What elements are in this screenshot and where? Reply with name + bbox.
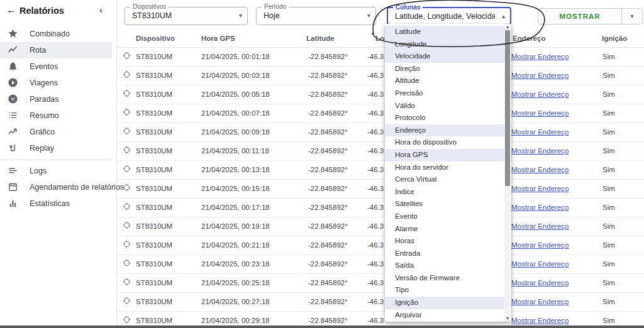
cell-latitude: -22.845892° (306, 293, 367, 311)
columns-menu-item[interactable]: Saída (385, 260, 511, 272)
cell-gps-time: 21/04/2025, 00:13:18 (201, 161, 306, 179)
sidebar-main-list: Combinado Rota Eventos Viagens Paradas R… (0, 26, 112, 156)
collapse-sidebar-icon[interactable]: ‹ (99, 4, 103, 15)
show-address-link[interactable]: Mostrar Endereço (511, 128, 569, 136)
window-bottom-edge (0, 325, 644, 328)
show-address-link[interactable]: Mostrar Endereço (511, 185, 569, 192)
gps-fix-icon (123, 143, 131, 160)
columns-menu-item[interactable]: Hora do dispositivo (385, 136, 511, 149)
columns-select[interactable]: Colunas Latitude, Longitude, Velocidade,… (387, 7, 511, 25)
show-address-link[interactable]: Mostrar Endereço (511, 241, 569, 249)
scrollbar-thumb[interactable] (505, 30, 510, 186)
columns-menu-item[interactable]: Evento (385, 210, 511, 223)
columns-menu-item[interactable]: Ignição (385, 297, 511, 309)
gps-fix-icon (123, 218, 131, 236)
columns-menu-item[interactable]: Horas (385, 235, 511, 248)
columns-menu-item[interactable]: Válido (385, 100, 511, 112)
chevron-down-icon: ▾ (630, 13, 633, 19)
cell-gps-time: 21/04/2025, 00:23:18 (201, 255, 306, 273)
sidebar-item-eventos[interactable]: Eventos (0, 58, 112, 75)
sidebar-item-combinado[interactable]: Combinado (0, 26, 112, 42)
columns-menu-item[interactable]: Endereço (385, 124, 511, 137)
sidebar-item-resumo[interactable]: Resumo (0, 107, 112, 124)
columns-menu-item[interactable]: Arquivar (385, 309, 511, 322)
show-address-link[interactable]: Mostrar Endereço (511, 147, 569, 155)
columns-menu-item[interactable]: Longitude (385, 38, 511, 51)
cell-device: ST8310UM (136, 274, 201, 292)
columns-menu-item[interactable]: Precisão (385, 87, 511, 100)
cell-gps-time: 21/04/2025, 00:27:18 (201, 293, 306, 311)
show-address-link[interactable]: Mostrar Endereço (511, 317, 569, 324)
cell-latitude: -22.845892° (306, 180, 367, 198)
columns-menu-item[interactable]: Cerca Virtual (385, 173, 511, 186)
scrollbar-down-arrow[interactable]: ▼ (504, 315, 511, 322)
cell-gps-time: 21/04/2025, 00:25:18 (201, 274, 306, 292)
scrollbar-up-arrow[interactable]: ▲ (504, 24, 511, 30)
sidebar-item-rota[interactable]: Rota (0, 42, 112, 58)
sidebar-item-replay[interactable]: Replay (0, 140, 112, 156)
bell-icon (8, 61, 18, 72)
show-address-link[interactable]: Mostrar Endereço (511, 298, 569, 305)
sidebar-item-agendamento-de-relatórios[interactable]: Agendamento de relatórios (0, 179, 112, 195)
columns-menu-item[interactable]: Velocidade (385, 50, 511, 63)
columns-menu-item[interactable]: Direção (385, 63, 511, 75)
cell-device: ST8310UM (136, 236, 201, 254)
show-address-link[interactable]: Mostrar Endereço (511, 279, 569, 287)
cell-ignition: Sim (601, 274, 644, 292)
columns-menu-item[interactable]: Protocolo (385, 112, 511, 124)
show-address-link[interactable]: Mostrar Endereço (511, 109, 569, 117)
cell-device: ST8310UM (136, 293, 201, 311)
columns-menu-item[interactable]: Alarme (385, 223, 511, 236)
replay-route-icon (8, 143, 18, 153)
cell-ignition: Sim (601, 104, 644, 123)
star-icon (8, 28, 18, 39)
columns-menu-item[interactable]: Hora GPS (385, 149, 511, 161)
sidebar-item-logs[interactable]: Logs (0, 163, 112, 179)
chevron-up-icon: ▴ (502, 8, 505, 25)
gps-fix-icon (123, 237, 131, 254)
cell-ignition: Sim (601, 161, 644, 179)
gps-fix-icon (123, 293, 131, 311)
table-row: ST8310UM 21/04/2025, 00:03:18 -22.845892… (117, 67, 644, 85)
columns-menu-item[interactable]: Índice (385, 186, 511, 199)
show-address-link[interactable]: Mostrar Endereço (511, 72, 569, 79)
dropdown-scrollbar[interactable]: ▲ ▼ (504, 24, 511, 322)
columns-menu-item[interactable]: Altitude (385, 75, 511, 87)
devices-select[interactable]: Dispositivos ST8310UM ▾ (125, 7, 248, 25)
column-header: Latitude (306, 30, 367, 47)
cell-gps-time: 21/04/2025, 00:21:18 (201, 236, 306, 254)
show-address-link[interactable]: Mostrar Endereço (511, 166, 569, 173)
cell-latitude: -22.845892° (306, 255, 367, 273)
cell-ignition: Sim (601, 255, 644, 273)
cell-device: ST8310UM (136, 48, 201, 66)
show-button-dropdown[interactable]: ▾ (621, 9, 642, 24)
columns-menu-item[interactable]: Versão de Firmware (385, 272, 511, 285)
gps-fix-icon (123, 105, 131, 123)
back-arrow-icon[interactable]: ← (6, 4, 16, 16)
column-header: Dispositivo (136, 30, 201, 47)
show-address-link[interactable]: Mostrar Endereço (511, 90, 569, 98)
show-button[interactable]: MOSTRAR (538, 9, 621, 24)
period-select[interactable]: Período Hoje ▾ (256, 7, 376, 25)
sidebar-item-paradas[interactable]: Paradas (0, 91, 112, 107)
column-header: Endereço (511, 30, 601, 47)
columns-menu-item[interactable]: Entrada (385, 248, 511, 260)
cell-gps-time: 21/04/2025, 00:11:18 (201, 142, 306, 160)
columns-menu-item[interactable]: Hora do servidor (385, 161, 511, 174)
sidebar-item-viagens[interactable]: Viagens (0, 75, 112, 91)
cell-latitude: -22.845892° (306, 161, 367, 179)
cell-gps-time: 21/04/2025, 00:19:18 (201, 217, 306, 236)
show-address-link[interactable]: Mostrar Endereço (511, 204, 569, 211)
columns-menu-item[interactable]: Tipo (385, 284, 511, 297)
sidebar-item-gráfico[interactable]: Gráfico (0, 124, 112, 140)
table-row: ST8310UM 21/04/2025, 00:19:18 -22.845892… (117, 217, 644, 236)
show-address-link[interactable]: Mostrar Endereço (511, 222, 569, 230)
show-address-link[interactable]: Mostrar Endereço (511, 53, 569, 60)
sidebar-item-estatísticas[interactable]: Estatísticas (0, 195, 112, 212)
show-address-link[interactable]: Mostrar Endereço (511, 260, 569, 268)
cell-device: ST8310UM (136, 199, 201, 217)
columns-menu-item[interactable]: Latitude (385, 26, 511, 38)
columns-menu-item[interactable]: Sátelites (385, 198, 511, 210)
cell-ignition: Sim (601, 67, 644, 85)
table-row: ST8310UM 21/04/2025, 00:09:18 -22.845892… (117, 123, 644, 142)
